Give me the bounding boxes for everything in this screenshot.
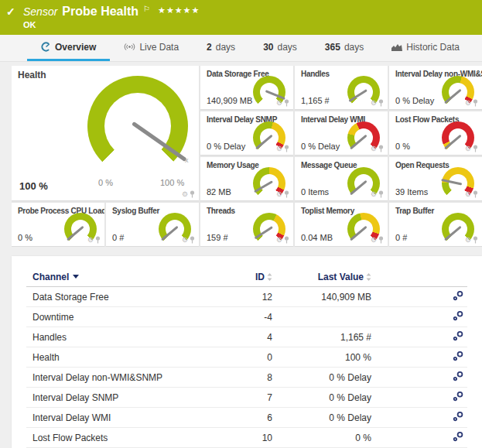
gear-icon[interactable]: ⚙ [276, 237, 282, 244]
channel-settings-icon[interactable] [453, 310, 464, 323]
gauge-panel-health[interactable]: Health x 0 % 100 % 100 % ⚙ [12, 66, 199, 201]
pin-icon[interactable] [284, 99, 289, 107]
channel-cell: Lost Flow Packets [32, 433, 249, 443]
table-row[interactable]: Lost Flow Packets100 % [26, 428, 467, 448]
gauge-value: 0 % Delay [207, 142, 245, 151]
channel-settings-icon[interactable] [453, 431, 464, 444]
pin-icon[interactable] [473, 190, 478, 198]
gear-icon[interactable]: ⚙ [276, 191, 282, 198]
gauge-icon [41, 42, 51, 52]
column-header-channel[interactable]: Channel [32, 272, 249, 282]
gauge-panel-handles[interactable]: Handles1,165 #⚙ [295, 66, 388, 110]
tab-bar: OverviewLive Data2days30days365daysHisto… [0, 35, 482, 62]
column-header-id[interactable]: ID [249, 272, 272, 282]
gear-icon[interactable]: ⚙ [465, 100, 471, 107]
channel-settings-icon[interactable] [453, 371, 464, 384]
channel-settings-icon[interactable] [453, 290, 464, 303]
gauge-value: 100 % [19, 180, 48, 192]
gauge-panel-interval-delay-snmp[interactable]: Interval Delay SNMP0 % Delay⚙ [200, 111, 293, 156]
gear-icon[interactable]: ⚙ [465, 191, 471, 198]
channel-settings-icon[interactable] [453, 391, 464, 404]
pin-icon[interactable] [378, 190, 384, 198]
tab-label: days [216, 42, 235, 53]
gear-icon[interactable]: ⚙ [371, 100, 377, 107]
gauge-panel-toplist-memory[interactable]: Toplist Memory0.04 MB⚙ [295, 203, 388, 247]
table-row[interactable]: Data Storage Free12140,909 MB [26, 287, 467, 307]
status-check-icon: ✓ [6, 5, 15, 18]
gauge-panel-threads[interactable]: Threads159 #⚙ [200, 203, 293, 247]
gauge-title: Health [18, 70, 193, 80]
table-row[interactable]: Interval Delay WMI60 % Delay [26, 408, 467, 428]
channel-settings-icon[interactable] [453, 411, 464, 424]
gauge-panel-syslog-buffer[interactable]: Syslog Buffer0 #⚙ [106, 203, 199, 247]
gauge-value: 140,909 MB [207, 96, 252, 105]
table-row[interactable]: Downtime-4 [26, 307, 467, 327]
gauge-panel-trap-buffer[interactable]: Trap Buffer0 #⚙ [389, 203, 482, 247]
gear-icon[interactable]: ⚙ [465, 145, 471, 152]
gear-icon[interactable]: ⚙ [87, 237, 94, 244]
gear-icon[interactable]: ⚙ [371, 145, 377, 152]
column-header-last-value[interactable]: Last Value [272, 272, 371, 282]
last-value-cell: 1,165 # [272, 332, 371, 343]
flag-icon[interactable]: ⚐ [143, 5, 150, 13]
gear-icon[interactable]: ⚙ [182, 191, 188, 198]
channel-cell: Interval Delay SNMP [32, 392, 249, 403]
sort-both-icon [366, 273, 371, 281]
pin-icon[interactable] [284, 145, 289, 152]
channel-settings-icon[interactable] [453, 330, 464, 344]
gauge-panel-probe-process-cpu-load[interactable]: Probe Process CPU Load0 %⚙ [12, 203, 104, 247]
gauge-value: 0 # [395, 233, 407, 242]
pin-icon[interactable] [473, 236, 478, 244]
pin-icon[interactable] [378, 99, 384, 107]
tab-2-days[interactable]: 2days [193, 39, 249, 61]
column-label: Channel [32, 272, 69, 282]
id-cell: 7 [249, 392, 272, 403]
gear-icon[interactable]: ⚙ [371, 191, 377, 198]
table-row[interactable]: Health0100 % [26, 347, 467, 368]
channel-settings-icon[interactable] [453, 351, 464, 364]
table-row[interactable]: Handles41,165 # [26, 327, 467, 347]
pin-icon[interactable] [190, 236, 195, 244]
gauge-panel-lost-flow-packets[interactable]: Lost Flow Packets0 %⚙ [389, 111, 482, 156]
gauge-panel-interval-delay-non-wmi-snmp[interactable]: Interval Delay non-WMI&SNMP0 % Delay⚙ [389, 66, 482, 110]
gauge-grid: Health x 0 % 100 % 100 % ⚙ Data Storage … [12, 66, 482, 247]
gauge-value: 82 MB [207, 187, 231, 197]
tab-overview[interactable]: Overview [27, 39, 110, 61]
tab-label: Live Data [139, 42, 179, 53]
gauge-value: 0 % [18, 233, 32, 242]
gauge-panel-message-queue[interactable]: Message Queue0 Items⚙ [295, 157, 388, 201]
tab-historic-data[interactable]: Historic Data [378, 39, 473, 61]
pin-icon[interactable] [95, 236, 101, 244]
gear-icon[interactable]: ⚙ [371, 237, 377, 244]
pin-icon[interactable] [473, 145, 478, 152]
pin-icon[interactable] [473, 99, 478, 107]
gauge-panel-open-requests[interactable]: Open Requests39 Items⚙ [389, 157, 482, 201]
gear-icon[interactable]: ⚙ [276, 145, 282, 152]
tab-365-days[interactable]: 365days [311, 39, 378, 61]
pin-icon[interactable] [378, 145, 384, 152]
column-label: Last Value [318, 272, 364, 282]
table-row[interactable]: Interval Delay SNMP70 % Delay [26, 388, 467, 408]
gauge-panel-interval-delay-wmi[interactable]: Interval Delay WMI0 % Delay⚙ [295, 111, 388, 156]
id-cell: 0 [249, 352, 272, 363]
priority-stars[interactable]: ★★★★★ [158, 5, 200, 15]
tab-label: Overview [55, 42, 96, 53]
pin-icon[interactable] [284, 236, 289, 244]
tab-live-data[interactable]: Live Data [110, 39, 193, 61]
pin-icon[interactable] [378, 236, 384, 244]
pin-icon[interactable] [284, 190, 289, 198]
gear-icon[interactable]: ⚙ [182, 237, 188, 244]
table-row[interactable]: Interval Delay non-WMI&SNMP80 % Delay [26, 368, 467, 388]
gauge-panel-memory-usage[interactable]: Memory Usage82 MB⚙ [200, 157, 293, 201]
last-value-cell: 0 % [272, 433, 371, 443]
tab-log[interactable]: Log [473, 39, 482, 61]
tab-label: days [277, 42, 296, 53]
gear-icon[interactable]: ⚙ [276, 100, 282, 107]
tab-30-days[interactable]: 30days [249, 39, 311, 61]
gauge-value: 0 % Delay [301, 142, 340, 151]
tab-number: 2 [207, 42, 212, 53]
pin-icon[interactable] [190, 190, 195, 198]
gauge-panel-data-storage-free[interactable]: Data Storage Free140,909 MB⚙ [200, 66, 293, 110]
gear-icon[interactable]: ⚙ [465, 237, 471, 244]
channel-cell: Handles [32, 332, 249, 343]
